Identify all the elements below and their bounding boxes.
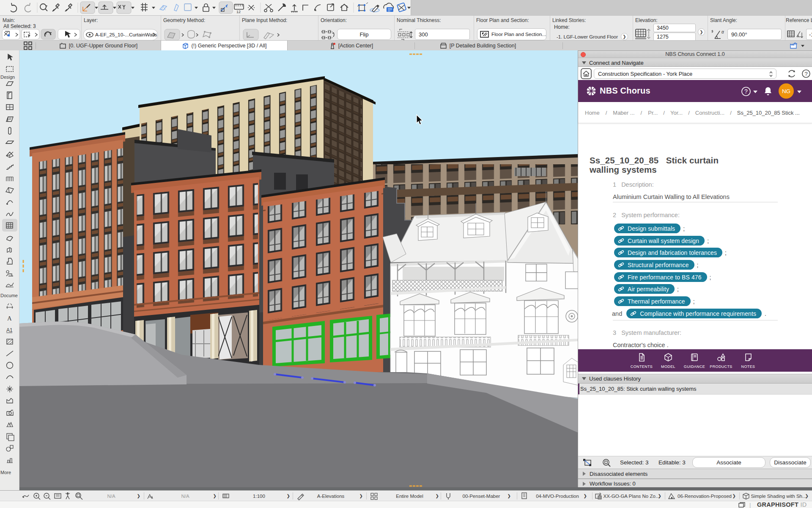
svg-text:?: ? <box>804 71 807 77</box>
svg-text:A-EF_25_10-...CurtainWalls: A-EF_25_10-...CurtainWalls <box>95 32 157 38</box>
svg-text:A: A <box>7 315 12 322</box>
svg-text:A1: A1 <box>6 327 13 333</box>
svg-text:?: ? <box>744 88 748 95</box>
svg-text:α: α <box>721 30 724 34</box>
svg-text:12: 12 <box>236 10 241 14</box>
